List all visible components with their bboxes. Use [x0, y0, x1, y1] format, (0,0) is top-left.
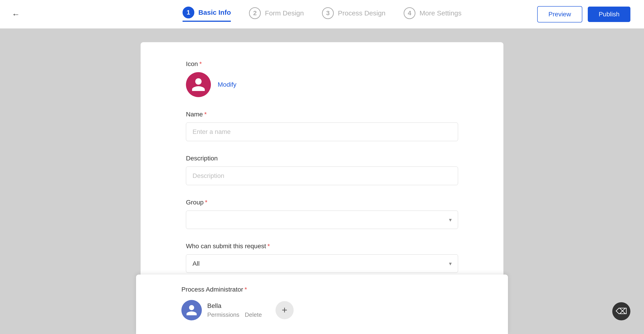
step-basic-info[interactable]: 1 Basic Info [182, 7, 231, 22]
modify-icon-link[interactable]: Modify [218, 81, 236, 88]
nav-actions: Preview Publish [537, 6, 630, 23]
step-process-design[interactable]: 3 Process Design [322, 7, 386, 21]
admin-list: Bella Permissions Delete + [182, 300, 462, 320]
step-4-circle: 4 [404, 7, 416, 19]
admin-required: * [244, 286, 247, 293]
description-input[interactable] [186, 167, 458, 185]
app-icon[interactable] [186, 72, 211, 97]
description-section: Description [186, 155, 458, 185]
name-section: Name* [186, 111, 458, 141]
name-label: Name* [186, 111, 458, 118]
group-section: Group* ▾ [186, 199, 458, 229]
admin-avatar [182, 300, 202, 320]
step-4-label: More Settings [420, 9, 462, 17]
group-select-wrapper: ▾ [186, 211, 458, 229]
group-required: * [205, 199, 208, 206]
who-submit-required: * [267, 243, 270, 250]
add-admin-button[interactable]: + [276, 301, 294, 319]
step-1-circle: 1 [182, 7, 194, 18]
group-label: Group* [186, 199, 458, 206]
delete-link[interactable]: Delete [245, 311, 262, 318]
admin-name: Bella [207, 302, 262, 309]
person-icon [190, 77, 206, 93]
who-submit-section: Who can submit this request* All ▾ [186, 243, 458, 273]
preview-button[interactable]: Preview [537, 6, 582, 23]
permissions-link[interactable]: Permissions [207, 311, 240, 318]
icon-label: Icon* [186, 60, 458, 68]
process-admin-label: Process Administrator* [182, 286, 462, 293]
who-submit-label: Who can submit this request* [186, 243, 458, 250]
admin-info: Bella Permissions Delete [207, 302, 262, 318]
step-1-label: Basic Info [198, 9, 231, 16]
who-submit-select-wrapper: All ▾ [186, 254, 458, 273]
publish-button[interactable]: Publish [588, 7, 630, 22]
group-select[interactable] [186, 211, 458, 229]
nav-steps: 1 Basic Info 2 Form Design 3 Process Des… [182, 7, 462, 22]
name-required: * [204, 111, 207, 118]
step-3-circle: 3 [322, 7, 334, 19]
help-button[interactable]: ⌫ [612, 302, 630, 320]
icon-row: Modify [186, 72, 458, 97]
step-more-settings[interactable]: 4 More Settings [404, 7, 462, 21]
name-input[interactable] [186, 123, 458, 141]
headset-icon: ⌫ [616, 306, 627, 316]
admin-item: Bella Permissions Delete [182, 300, 262, 320]
step-2-label: Form Design [265, 9, 304, 17]
icon-required: * [199, 60, 202, 67]
step-2-circle: 2 [249, 7, 261, 19]
admin-person-icon [185, 304, 198, 316]
back-button[interactable]: ← [9, 8, 23, 21]
admin-action-links: Permissions Delete [207, 311, 262, 318]
icon-section: Icon* Modify [186, 60, 458, 97]
step-3-label: Process Design [338, 9, 386, 17]
description-label: Description [186, 155, 458, 162]
step-form-design[interactable]: 2 Form Design [249, 7, 304, 21]
who-submit-select[interactable]: All [186, 254, 458, 273]
process-admin-card: Process Administrator* Bella Permissions… [136, 274, 508, 334]
top-navigation: ← 1 Basic Info 2 Form Design 3 Process D… [0, 0, 644, 29]
